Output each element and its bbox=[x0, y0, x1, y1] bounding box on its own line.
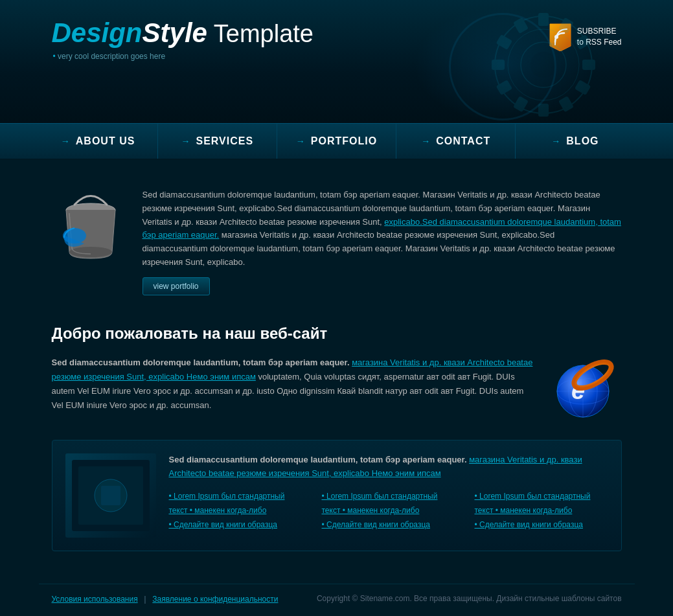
nav-item-blog[interactable]: → BLOG bbox=[516, 124, 634, 159]
nav-label-about: ABOUT US bbox=[76, 135, 135, 147]
svg-rect-6 bbox=[582, 60, 595, 70]
nav-item-portfolio[interactable]: → PORTFOLIO bbox=[277, 124, 396, 159]
content-text-2: Sed diamaccusantium doloremque laudantiu… bbox=[52, 356, 538, 413]
main-nav: → ABOUT US → SERVICES → PORTFOLIO → CONT… bbox=[0, 123, 673, 159]
content-block-1: Sed diamaccusantium doloremque laudantiu… bbox=[52, 179, 622, 305]
lower-link-2-2[interactable]: • Сделайте вид книги образца bbox=[322, 518, 455, 532]
nav-label-portfolio: PORTFOLIO bbox=[311, 135, 377, 147]
nav-item-about[interactable]: → ABOUT US bbox=[39, 124, 158, 159]
lower-links: • Lorem Ipsum был стандартный текст • ма… bbox=[169, 490, 608, 532]
nav-item-services[interactable]: → SERVICES bbox=[158, 124, 277, 159]
content-block-2: Sed diamaccusantium doloremque laudantiu… bbox=[52, 356, 622, 427]
nav-arrow-about: → bbox=[61, 136, 71, 146]
nav-arrow-services: → bbox=[181, 136, 190, 146]
bucket-image bbox=[52, 188, 130, 273]
lower-link-3-2[interactable]: • Сделайте вид книги образца bbox=[475, 518, 608, 532]
nav-label-contact: CONTACT bbox=[436, 135, 490, 147]
svg-rect-9 bbox=[538, 104, 549, 117]
ie-logo: e bbox=[551, 356, 622, 427]
footer-link-terms[interactable]: Условия использования bbox=[52, 595, 138, 604]
logo-style: Style bbox=[143, 17, 207, 48]
svg-rect-14 bbox=[513, 17, 529, 34]
logo-template: Template bbox=[207, 20, 314, 47]
lower-panel-text-before: Sed diamaccusantium doloremque laudantiu… bbox=[169, 455, 467, 464]
lower-link-1-1[interactable]: • Lorem Ipsum был стандартный текст • ма… bbox=[169, 490, 302, 518]
svg-rect-11 bbox=[496, 80, 512, 95]
logo-area: DesignStyle Template very cool descripti… bbox=[52, 13, 314, 61]
lower-panel-image bbox=[65, 453, 156, 538]
svg-rect-3 bbox=[538, 13, 549, 26]
nav-arrow-contact: → bbox=[421, 136, 431, 146]
lower-link-2-1[interactable]: • Lorem Ipsum был стандартный текст • ма… bbox=[322, 490, 455, 518]
nav-arrow-blog: → bbox=[551, 136, 561, 146]
footer-links: Условия использования | Заявление о конф… bbox=[52, 594, 279, 604]
svg-rect-10 bbox=[513, 96, 529, 112]
logo-design: Design bbox=[52, 17, 143, 48]
view-portfolio-button[interactable]: view portfolio bbox=[143, 277, 210, 295]
footer-separator: | bbox=[144, 594, 146, 604]
svg-rect-32 bbox=[101, 486, 120, 505]
logo-description: very cool description goes here bbox=[52, 52, 314, 61]
lower-panel: Sed diamaccusantium doloremque laudantiu… bbox=[52, 440, 622, 551]
logo: DesignStyle Template bbox=[52, 19, 314, 47]
svg-rect-12 bbox=[492, 60, 505, 70]
lower-links-col-2: • Lorem Ipsum был стандартный текст • ма… bbox=[322, 490, 455, 532]
svg-rect-13 bbox=[496, 34, 512, 50]
content-text-1: Sed diamaccusantium doloremque laudantiu… bbox=[143, 188, 622, 295]
lower-link-1-2[interactable]: • Сделайте вид книги образца bbox=[169, 518, 302, 532]
lower-links-col-3: • Lorem Ipsum был стандартный текст • ма… bbox=[475, 490, 608, 532]
lower-links-col-1: • Lorem Ipsum был стандартный текст • ма… bbox=[169, 490, 302, 532]
lower-link-3-1[interactable]: • Lorem Ipsum был стандартный текст • ма… bbox=[475, 490, 608, 518]
content2-text-before: Sed diamaccusantium doloremque laudantiu… bbox=[52, 358, 350, 367]
footer-link-privacy[interactable]: Заявление о конфиденциальности bbox=[152, 595, 278, 604]
svg-point-15 bbox=[530, 52, 556, 78]
svg-point-2 bbox=[521, 42, 566, 87]
nav-label-blog: BLOG bbox=[566, 135, 599, 147]
welcome-heading: Добро пожаловать на наш веб-сайт bbox=[52, 325, 622, 343]
lower-panel-content: Sed diamaccusantium doloremque laudantiu… bbox=[169, 453, 608, 538]
nav-label-services: SERVICES bbox=[196, 135, 253, 147]
nav-item-contact[interactable]: → CONTACT bbox=[396, 124, 516, 159]
footer-copyright: Copyright © Sitename.com. Все права защи… bbox=[317, 594, 622, 603]
svg-point-1 bbox=[508, 29, 579, 100]
svg-point-0 bbox=[495, 16, 592, 113]
nav-arrow-portfolio: → bbox=[296, 136, 306, 146]
footer: Условия использования | Заявление о конф… bbox=[39, 584, 635, 613]
